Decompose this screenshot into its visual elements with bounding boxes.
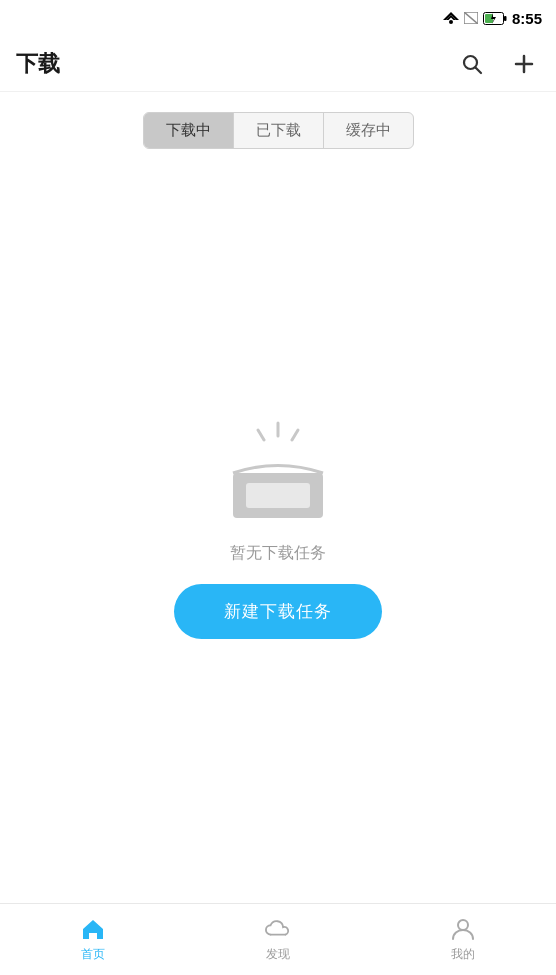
add-icon	[512, 52, 536, 76]
status-time: 8:55	[512, 10, 542, 27]
svg-line-4	[464, 12, 478, 24]
battery-icon	[483, 12, 507, 25]
nav-item-discover[interactable]: 发现	[185, 908, 370, 971]
user-icon	[450, 916, 476, 942]
tab-downloaded[interactable]: 已下载	[234, 113, 324, 148]
nav-label-discover: 发现	[266, 946, 290, 963]
tab-segment: 下载中 已下载 缓存中	[0, 112, 556, 149]
status-icons: 8:55	[443, 10, 542, 27]
tab-downloading[interactable]: 下载中	[144, 113, 234, 148]
bottom-nav: 首页 发现 我的	[0, 903, 556, 975]
svg-line-10	[476, 67, 482, 73]
cloud-icon	[265, 916, 291, 942]
page-title: 下载	[16, 49, 456, 79]
search-button[interactable]	[456, 48, 488, 80]
status-bar: 8:55	[0, 0, 556, 36]
new-task-button[interactable]: 新建下载任务	[174, 584, 382, 639]
wifi-icon	[443, 12, 459, 24]
svg-point-2	[449, 20, 453, 24]
search-icon	[460, 52, 484, 76]
nav-label-home: 首页	[81, 946, 105, 963]
nav-label-mine: 我的	[451, 946, 475, 963]
empty-state-icon	[218, 423, 338, 523]
add-button[interactable]	[508, 48, 540, 80]
svg-rect-14	[246, 483, 310, 508]
svg-rect-7	[504, 16, 507, 21]
nav-item-home[interactable]: 首页	[0, 908, 185, 971]
header-actions	[456, 48, 540, 80]
tab-group: 下载中 已下载 缓存中	[143, 112, 414, 149]
svg-line-16	[258, 430, 264, 440]
header: 下载	[0, 36, 556, 92]
nav-item-mine[interactable]: 我的	[371, 908, 556, 971]
empty-message: 暂无下载任务	[230, 543, 326, 564]
home-icon	[80, 916, 106, 942]
tab-cached[interactable]: 缓存中	[324, 113, 413, 148]
main-content: 暂无下载任务 新建下载任务	[0, 159, 556, 903]
svg-point-18	[458, 920, 468, 930]
sim-icon	[464, 12, 478, 24]
svg-line-17	[292, 430, 298, 440]
